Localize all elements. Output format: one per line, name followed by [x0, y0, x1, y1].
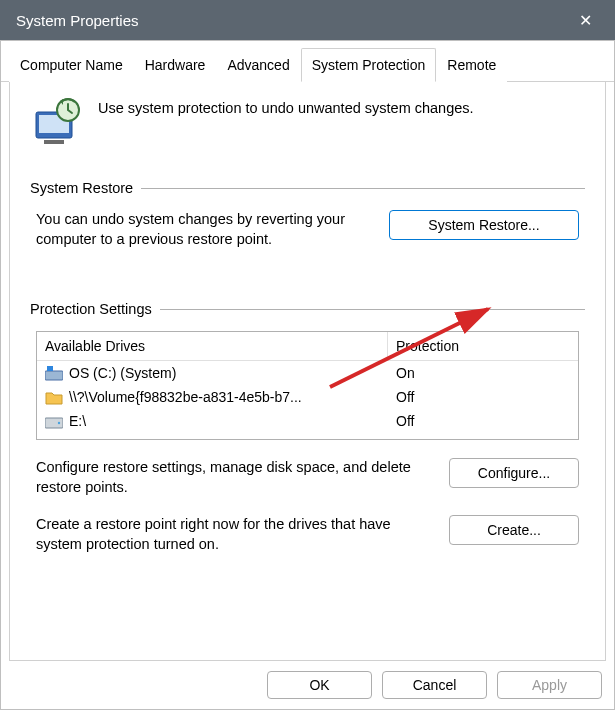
configure-text: Configure restore settings, manage disk … — [36, 458, 429, 497]
tab-system-protection[interactable]: System Protection — [301, 48, 437, 82]
drive-name: OS (C:) (System) — [69, 365, 176, 381]
drive-protection: Off — [388, 409, 578, 433]
divider — [160, 309, 585, 310]
tabs: Computer Name Hardware Advanced System P… — [1, 41, 614, 82]
group-header: System Restore — [30, 180, 585, 196]
svg-rect-9 — [45, 418, 63, 428]
group-header: Protection Settings — [30, 301, 585, 317]
dialog-body: Computer Name Hardware Advanced System P… — [0, 40, 615, 710]
drives-table: Available Drives Protection OS (C:) (Sys… — [36, 331, 579, 440]
folder-icon — [45, 390, 63, 405]
tabpane-system-protection: Use system protection to undo unwanted s… — [9, 82, 606, 661]
divider — [141, 188, 585, 189]
system-protection-icon — [30, 96, 84, 150]
group-title: System Restore — [30, 180, 133, 196]
ssd-drive-icon — [45, 366, 63, 381]
drive-name: E:\ — [69, 413, 86, 429]
create-button[interactable]: Create... — [449, 515, 579, 545]
dialog-footer: OK Cancel Apply — [1, 661, 614, 709]
svg-point-10 — [58, 421, 60, 423]
configure-button[interactable]: Configure... — [449, 458, 579, 488]
drives-header: Available Drives Protection — [37, 332, 578, 361]
svg-rect-2 — [44, 140, 64, 144]
group-system-restore: System Restore You can undo system chang… — [30, 180, 585, 249]
drive-protection: Off — [388, 385, 578, 409]
create-text: Create a restore point right now for the… — [36, 515, 429, 554]
group-title: Protection Settings — [30, 301, 152, 317]
tab-remote[interactable]: Remote — [436, 48, 507, 82]
ok-button[interactable]: OK — [267, 671, 372, 699]
table-row[interactable]: E:\ Off — [37, 409, 578, 439]
titlebar: System Properties ✕ — [0, 0, 615, 40]
cancel-button[interactable]: Cancel — [382, 671, 487, 699]
restore-text: You can undo system changes by reverting… — [36, 210, 369, 249]
svg-rect-7 — [45, 371, 63, 380]
window-title: System Properties — [16, 12, 139, 29]
close-icon[interactable]: ✕ — [567, 11, 603, 30]
drive-protection: On — [388, 361, 578, 385]
tab-hardware[interactable]: Hardware — [134, 48, 217, 82]
drive-name: \\?\Volume{f98832be-a831-4e5b-b7... — [69, 389, 302, 405]
table-row[interactable]: OS (C:) (System) On — [37, 361, 578, 385]
tab-advanced[interactable]: Advanced — [216, 48, 300, 82]
apply-button[interactable]: Apply — [497, 671, 602, 699]
intro-text: Use system protection to undo unwanted s… — [98, 96, 474, 116]
tab-computer-name[interactable]: Computer Name — [9, 48, 134, 82]
svg-rect-8 — [47, 366, 53, 371]
group-protection-settings: Protection Settings Available Drives Pro… — [30, 301, 585, 554]
hdd-drive-icon — [45, 414, 63, 429]
col-available-drives[interactable]: Available Drives — [37, 332, 388, 360]
col-protection[interactable]: Protection — [388, 332, 578, 360]
system-restore-button[interactable]: System Restore... — [389, 210, 579, 240]
intro-row: Use system protection to undo unwanted s… — [30, 96, 585, 150]
table-row[interactable]: \\?\Volume{f98832be-a831-4e5b-b7... Off — [37, 385, 578, 409]
